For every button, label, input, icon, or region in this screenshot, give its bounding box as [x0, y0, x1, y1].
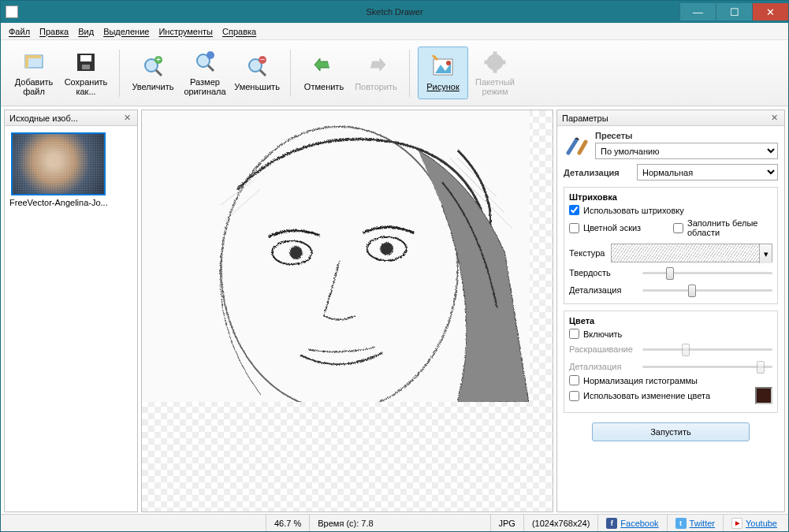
- color-swatch[interactable]: [755, 387, 772, 404]
- menu-view[interactable]: Вид: [78, 27, 94, 36]
- svg-point-18: [446, 61, 451, 65]
- colorize-label: Раскрашивание: [569, 344, 636, 354]
- parameters-panel: Параметры ✕ Пресеты По умолчанию Детализ…: [556, 110, 785, 512]
- status-zoom: 46.7 %: [266, 515, 309, 531]
- hardness-slider[interactable]: [642, 266, 772, 280]
- parameters-title: Параметры: [562, 113, 769, 123]
- color-detail-slider: [642, 359, 772, 374]
- close-button[interactable]: ✕: [752, 3, 788, 20]
- maximize-button[interactable]: ☐: [716, 3, 752, 20]
- svg-text:−: −: [260, 55, 265, 64]
- svg-line-13: [260, 70, 266, 76]
- hardness-label: Твердость: [569, 268, 636, 277]
- source-thumbnail[interactable]: [11, 132, 106, 195]
- texture-dropdown[interactable]: ▾: [611, 244, 772, 262]
- youtube-icon: ▶: [731, 518, 742, 529]
- svg-rect-4: [82, 65, 90, 69]
- menu-edit[interactable]: Правка: [39, 27, 69, 36]
- source-panel-title: Исходные изоб...: [9, 113, 121, 123]
- zoom-out-icon: −: [244, 54, 270, 80]
- add-file-button[interactable]: Добавить файл: [9, 47, 59, 99]
- title-bar: Sketch Drawer — ☐ ✕: [1, 1, 788, 23]
- menu-help[interactable]: Справка: [222, 27, 256, 36]
- image-mode-button[interactable]: Рисунок: [418, 47, 468, 99]
- window-title: Sketch Drawer: [366, 7, 422, 17]
- youtube-link[interactable]: ▶Youtube: [723, 515, 785, 531]
- app-window: Sketch Drawer — ☐ ✕ Файл Правка Вид Выде…: [0, 0, 789, 532]
- color-sketch-checkbox[interactable]: Цветной эскиз: [569, 218, 668, 237]
- status-format: JPG: [490, 515, 523, 531]
- save-as-button[interactable]: Сохранить как...: [61, 47, 111, 99]
- twitter-link[interactable]: tTwitter: [667, 515, 723, 531]
- undo-button[interactable]: Отменить: [299, 51, 349, 95]
- strokes-group: Штриховка Использовать штриховку Цветной…: [564, 187, 778, 304]
- add-file-icon: [21, 50, 47, 75]
- svg-line-10: [208, 65, 214, 71]
- svg-rect-24: [485, 61, 488, 64]
- normalize-checkbox[interactable]: Нормализация гистограммы: [569, 375, 772, 385]
- sketch-preview: [142, 110, 530, 402]
- undo-icon: [311, 54, 337, 80]
- svg-rect-3: [80, 55, 91, 61]
- facebook-icon: f: [606, 518, 617, 529]
- menu-selection[interactable]: Выделение: [103, 27, 149, 36]
- source-panel: Исходные изоб... ✕ FreeVector-Angelina-J…: [4, 110, 138, 512]
- texture-label: Текстура: [569, 248, 605, 258]
- use-strokes-checkbox[interactable]: Использовать штриховку: [569, 205, 772, 215]
- status-bar: 46.7 % Время (с): 7.8 JPG (1024x768x24) …: [1, 514, 788, 531]
- twitter-icon: t: [675, 518, 687, 529]
- app-icon: [6, 6, 18, 18]
- svg-point-31: [380, 242, 393, 255]
- svg-rect-23: [493, 69, 497, 73]
- presets-icon: [564, 132, 589, 158]
- zoom-in-icon: +: [140, 54, 166, 80]
- source-panel-close-button[interactable]: ✕: [121, 113, 132, 124]
- zoom-out-button[interactable]: − Уменьшить: [232, 47, 282, 99]
- colors-group: Цвета Включить Раскрашивание Детализация…: [564, 311, 778, 413]
- color-detail-label: Детализация: [569, 362, 636, 371]
- presets-label: Пресеты: [595, 131, 778, 140]
- chevron-down-icon: ▾: [759, 244, 772, 263]
- zoom-in-button[interactable]: + Увеличить: [128, 47, 178, 99]
- svg-rect-22: [493, 52, 497, 55]
- canvas[interactable]: [141, 110, 553, 512]
- stroke-detail-slider[interactable]: [642, 283, 772, 297]
- svg-rect-25: [502, 61, 505, 64]
- strokes-title: Штриховка: [569, 192, 772, 202]
- detail-select[interactable]: Нормальная: [637, 164, 778, 180]
- image-icon: [430, 54, 456, 80]
- run-button[interactable]: Запустить: [592, 422, 750, 441]
- original-size-button[interactable]: Размер оригинала: [180, 47, 230, 99]
- menu-tools[interactable]: Инструменты: [158, 27, 213, 36]
- save-icon: [73, 50, 99, 75]
- enable-colors-checkbox[interactable]: Включить: [569, 329, 772, 339]
- svg-point-11: [207, 51, 214, 59]
- svg-text:+: +: [156, 55, 161, 64]
- use-color-change-checkbox[interactable]: Использовать изменение цвета: [569, 391, 751, 401]
- batch-icon: [482, 50, 508, 75]
- fill-white-checkbox[interactable]: Заполнить белые области: [673, 218, 772, 237]
- batch-mode-button: Пакетный режим: [470, 47, 520, 99]
- status-time: Время (с): 7.8: [309, 515, 489, 531]
- stroke-detail-label: Детализация: [569, 285, 636, 295]
- thumbnail-label: FreeVector-Angelina-Jo...: [9, 198, 132, 207]
- colorize-slider: [642, 342, 772, 356]
- svg-point-21: [492, 59, 498, 65]
- menu-file[interactable]: Файл: [9, 27, 30, 36]
- colors-title: Цвета: [569, 316, 772, 326]
- preset-select[interactable]: По умолчанию: [595, 143, 778, 159]
- svg-point-29: [289, 246, 302, 259]
- redo-icon: [363, 54, 389, 80]
- status-dimensions: (1024x768x24): [523, 515, 597, 531]
- original-size-icon: [192, 50, 218, 75]
- svg-line-6: [156, 70, 162, 76]
- redo-button: Повторить: [351, 51, 401, 95]
- toolbar: Добавить файл Сохранить как... + Увеличи…: [1, 40, 788, 106]
- menu-bar: Файл Правка Вид Выделение Инструменты Сп…: [1, 23, 788, 40]
- workspace: Исходные изоб... ✕ FreeVector-Angelina-J…: [1, 106, 788, 514]
- minimize-button[interactable]: —: [679, 3, 716, 20]
- facebook-link[interactable]: fFacebook: [597, 515, 666, 531]
- parameters-close-button[interactable]: ✕: [769, 113, 780, 124]
- svg-line-40: [579, 142, 586, 153]
- detail-label: Детализация: [564, 168, 631, 177]
